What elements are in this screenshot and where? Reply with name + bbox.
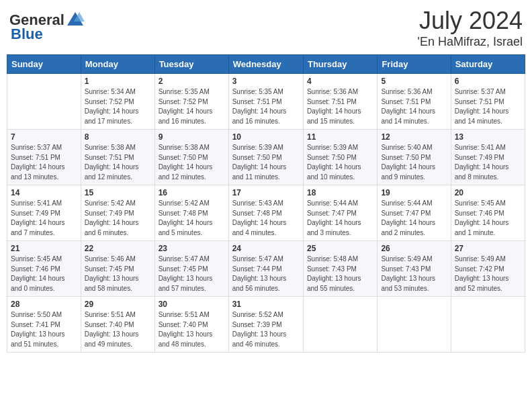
logo-blue-text: Blue (11, 26, 43, 43)
calendar-cell: 15Sunrise: 5:42 AM Sunset: 7:49 PM Dayli… (81, 185, 154, 241)
cell-date-number: 3 (232, 77, 300, 86)
col-friday: Friday (378, 55, 451, 74)
cell-info-text: Sunrise: 5:50 AM Sunset: 7:41 PM Dayligh… (11, 310, 77, 349)
week-row-5: 28Sunrise: 5:50 AM Sunset: 7:41 PM Dayli… (7, 297, 525, 353)
cell-info-text: Sunrise: 5:45 AM Sunset: 7:46 PM Dayligh… (455, 199, 521, 238)
cell-info-text: Sunrise: 5:42 AM Sunset: 7:49 PM Dayligh… (85, 199, 151, 238)
calendar-cell: 12Sunrise: 5:40 AM Sunset: 7:50 PM Dayli… (378, 130, 451, 185)
calendar-cell: 5Sunrise: 5:36 AM Sunset: 7:51 PM Daylig… (378, 74, 451, 130)
cell-date-number: 19 (381, 188, 447, 197)
col-monday: Monday (81, 55, 154, 74)
cell-date-number: 13 (455, 132, 521, 142)
week-row-2: 7Sunrise: 5:37 AM Sunset: 7:51 PM Daylig… (7, 130, 525, 185)
cell-date-number: 30 (159, 300, 225, 309)
col-wednesday: Wednesday (228, 55, 303, 74)
cell-date-number: 31 (232, 300, 300, 309)
cell-date-number: 17 (232, 188, 300, 197)
cell-info-text: Sunrise: 5:39 AM Sunset: 7:50 PM Dayligh… (232, 143, 300, 182)
cell-info-text: Sunrise: 5:52 AM Sunset: 7:39 PM Dayligh… (232, 310, 300, 349)
cell-date-number: 1 (85, 77, 151, 86)
header-row: Sunday Monday Tuesday Wednesday Thursday… (7, 55, 525, 74)
calendar-cell (303, 297, 377, 353)
calendar-cell: 21Sunrise: 5:45 AM Sunset: 7:46 PM Dayli… (7, 241, 81, 297)
cell-date-number: 22 (85, 244, 151, 253)
calendar-cell: 20Sunrise: 5:45 AM Sunset: 7:46 PM Dayli… (451, 185, 525, 241)
month-title: July 2024 (418, 7, 523, 35)
cell-date-number: 2 (159, 77, 225, 86)
calendar-cell: 25Sunrise: 5:48 AM Sunset: 7:43 PM Dayli… (303, 241, 377, 297)
logo-icon (66, 11, 85, 30)
cell-info-text: Sunrise: 5:43 AM Sunset: 7:48 PM Dayligh… (232, 199, 300, 238)
calendar-cell: 28Sunrise: 5:50 AM Sunset: 7:41 PM Dayli… (7, 297, 81, 353)
cell-info-text: Sunrise: 5:41 AM Sunset: 7:49 PM Dayligh… (11, 199, 77, 238)
cell-info-text: Sunrise: 5:38 AM Sunset: 7:51 PM Dayligh… (85, 143, 151, 182)
cell-info-text: Sunrise: 5:41 AM Sunset: 7:49 PM Dayligh… (455, 143, 521, 182)
logo: General Blue (9, 11, 85, 43)
col-saturday: Saturday (451, 55, 525, 74)
cell-date-number: 21 (11, 244, 77, 253)
cell-date-number: 7 (11, 132, 77, 142)
calendar-cell: 9Sunrise: 5:38 AM Sunset: 7:50 PM Daylig… (154, 130, 228, 185)
calendar-cell: 24Sunrise: 5:47 AM Sunset: 7:44 PM Dayli… (228, 241, 303, 297)
cell-date-number: 29 (85, 300, 151, 309)
calendar-cell: 16Sunrise: 5:42 AM Sunset: 7:48 PM Dayli… (154, 185, 228, 241)
calendar-cell: 6Sunrise: 5:37 AM Sunset: 7:51 PM Daylig… (451, 74, 525, 130)
calendar-cell (378, 297, 451, 353)
cell-date-number: 15 (85, 188, 151, 197)
cell-info-text: Sunrise: 5:44 AM Sunset: 7:47 PM Dayligh… (307, 199, 373, 238)
calendar-cell: 26Sunrise: 5:49 AM Sunset: 7:43 PM Dayli… (378, 241, 451, 297)
cell-info-text: Sunrise: 5:38 AM Sunset: 7:50 PM Dayligh… (159, 143, 225, 182)
calendar-cell: 19Sunrise: 5:44 AM Sunset: 7:47 PM Dayli… (378, 185, 451, 241)
cell-info-text: Sunrise: 5:42 AM Sunset: 7:48 PM Dayligh… (159, 199, 225, 238)
calendar-cell: 31Sunrise: 5:52 AM Sunset: 7:39 PM Dayli… (228, 297, 303, 353)
cell-info-text: Sunrise: 5:35 AM Sunset: 7:52 PM Dayligh… (159, 87, 225, 126)
calendar-cell: 23Sunrise: 5:47 AM Sunset: 7:45 PM Dayli… (154, 241, 228, 297)
title-area: July 2024 'En HaMifraz, Israel (418, 7, 523, 49)
cell-date-number: 20 (455, 188, 521, 197)
cell-info-text: Sunrise: 5:34 AM Sunset: 7:52 PM Dayligh… (85, 87, 151, 126)
cell-info-text: Sunrise: 5:47 AM Sunset: 7:44 PM Dayligh… (232, 255, 300, 293)
cell-info-text: Sunrise: 5:37 AM Sunset: 7:51 PM Dayligh… (455, 87, 521, 126)
week-row-3: 14Sunrise: 5:41 AM Sunset: 7:49 PM Dayli… (7, 185, 525, 241)
calendar-cell: 27Sunrise: 5:49 AM Sunset: 7:42 PM Dayli… (451, 241, 525, 297)
location-title: 'En HaMifraz, Israel (418, 35, 523, 49)
calendar-cell: 1Sunrise: 5:34 AM Sunset: 7:52 PM Daylig… (81, 74, 154, 130)
cell-date-number: 25 (307, 244, 373, 253)
cell-date-number: 12 (381, 132, 447, 142)
cell-info-text: Sunrise: 5:45 AM Sunset: 7:46 PM Dayligh… (11, 255, 77, 293)
calendar-cell (7, 74, 81, 130)
cell-info-text: Sunrise: 5:51 AM Sunset: 7:40 PM Dayligh… (85, 310, 151, 349)
cell-date-number: 23 (159, 244, 225, 253)
cell-info-text: Sunrise: 5:47 AM Sunset: 7:45 PM Dayligh… (159, 255, 225, 293)
cell-date-number: 24 (232, 244, 300, 253)
calendar-cell: 10Sunrise: 5:39 AM Sunset: 7:50 PM Dayli… (228, 130, 303, 185)
calendar-cell: 2Sunrise: 5:35 AM Sunset: 7:52 PM Daylig… (154, 74, 228, 130)
week-row-1: 1Sunrise: 5:34 AM Sunset: 7:52 PM Daylig… (7, 74, 525, 130)
cell-info-text: Sunrise: 5:48 AM Sunset: 7:43 PM Dayligh… (307, 255, 373, 293)
cell-date-number: 28 (11, 300, 77, 309)
cell-info-text: Sunrise: 5:35 AM Sunset: 7:51 PM Dayligh… (232, 87, 300, 126)
cell-info-text: Sunrise: 5:37 AM Sunset: 7:51 PM Dayligh… (11, 143, 77, 182)
cell-date-number: 4 (307, 77, 373, 86)
calendar-cell: 11Sunrise: 5:39 AM Sunset: 7:50 PM Dayli… (303, 130, 377, 185)
calendar-cell: 4Sunrise: 5:36 AM Sunset: 7:51 PM Daylig… (303, 74, 377, 130)
calendar-cell: 13Sunrise: 5:41 AM Sunset: 7:49 PM Dayli… (451, 130, 525, 185)
cell-date-number: 27 (455, 244, 521, 253)
col-thursday: Thursday (303, 55, 377, 74)
cell-info-text: Sunrise: 5:44 AM Sunset: 7:47 PM Dayligh… (381, 199, 447, 238)
calendar-table: Sunday Monday Tuesday Wednesday Thursday… (7, 54, 525, 353)
cell-date-number: 26 (381, 244, 447, 253)
calendar-cell: 3Sunrise: 5:35 AM Sunset: 7:51 PM Daylig… (228, 74, 303, 130)
page-header: General Blue July 2024 'En HaMifraz, Isr… (7, 7, 525, 49)
cell-info-text: Sunrise: 5:40 AM Sunset: 7:50 PM Dayligh… (381, 143, 447, 182)
calendar-cell: 29Sunrise: 5:51 AM Sunset: 7:40 PM Dayli… (81, 297, 154, 353)
calendar-cell: 30Sunrise: 5:51 AM Sunset: 7:40 PM Dayli… (154, 297, 228, 353)
calendar-cell (451, 297, 525, 353)
cell-info-text: Sunrise: 5:51 AM Sunset: 7:40 PM Dayligh… (159, 310, 225, 349)
col-sunday: Sunday (7, 55, 81, 74)
cell-date-number: 14 (11, 188, 77, 197)
col-tuesday: Tuesday (154, 55, 228, 74)
calendar-cell: 7Sunrise: 5:37 AM Sunset: 7:51 PM Daylig… (7, 130, 81, 185)
cell-date-number: 6 (455, 77, 521, 86)
cell-info-text: Sunrise: 5:49 AM Sunset: 7:42 PM Dayligh… (455, 255, 521, 293)
